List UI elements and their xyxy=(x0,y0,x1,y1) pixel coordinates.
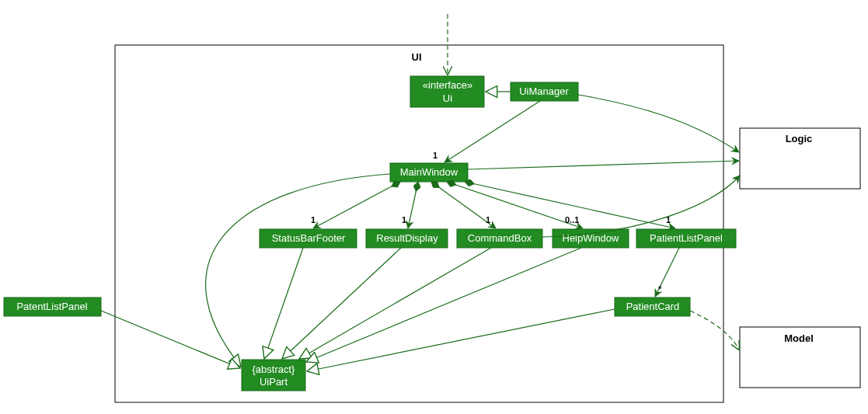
node-helpwindow-name: HelpWindow xyxy=(563,232,620,244)
edge-mainwindow-statusbarfooter xyxy=(313,182,400,228)
edge-uimanager-to-mainwindow xyxy=(444,101,540,162)
edge-mainwindow-to-logic xyxy=(468,161,739,169)
node-statusbarfooter: StatusBarFooter xyxy=(260,229,357,248)
node-mainwindow-name: MainWindow xyxy=(400,166,458,178)
node-mainwindow: MainWindow xyxy=(390,163,468,182)
edge-patentlistpanel-uipart xyxy=(101,311,240,368)
node-uipart-name: UiPart xyxy=(260,376,288,388)
edge-helpwindow-uipart xyxy=(306,248,581,362)
node-ui-stereotype: «interface» xyxy=(423,79,472,91)
node-commandbox: CommandBox xyxy=(457,229,542,248)
node-uipart: {abstract} UiPart xyxy=(242,360,305,391)
node-uimanager-name: UiManager xyxy=(519,85,569,97)
node-patientcard-name: PatientCard xyxy=(626,301,680,312)
mult-mainwindow: 1 xyxy=(433,151,437,160)
node-ui-name: Ui xyxy=(443,92,452,104)
package-ui-label: UI xyxy=(412,51,422,63)
node-patentlistpanel-name: PatentListPanel xyxy=(16,301,87,312)
node-statusbarfooter-name: StatusBarFooter xyxy=(272,232,346,244)
package-logic-label: Logic xyxy=(786,133,813,144)
node-uimanager: UiManager xyxy=(511,82,578,101)
edge-patientcard-model xyxy=(690,311,739,350)
node-patientlistpanel: PatientListPanel xyxy=(636,229,736,248)
node-helpwindow: HelpWindow xyxy=(553,229,629,248)
node-ui: «interface» Ui xyxy=(410,76,484,107)
node-commandbox-name: CommandBox xyxy=(468,232,532,244)
edge-mainwindow-helpwindow xyxy=(447,182,583,228)
node-resultdisplay-name: ResultDisplay xyxy=(376,232,438,244)
edge-mainwindow-resultdisplay xyxy=(408,182,418,228)
node-patientcard: PatientCard xyxy=(615,297,690,316)
edge-resultdisplay-uipart xyxy=(282,248,401,359)
mult-statusbarfooter: 1 xyxy=(311,215,315,224)
edge-patientcard-uipart xyxy=(307,309,615,371)
edge-statusbarfooter-uipart xyxy=(264,248,303,359)
node-patentlistpanel: PatentListPanel xyxy=(4,297,101,316)
mult-helpwindow: 0..1 xyxy=(565,215,579,224)
mult-patientcard: * xyxy=(658,284,662,294)
node-uipart-stereotype: {abstract} xyxy=(253,364,296,375)
edge-commandbox-logic xyxy=(542,176,740,237)
node-resultdisplay: ResultDisplay xyxy=(366,229,448,248)
edge-uimanager-to-logic xyxy=(578,95,739,152)
edge-mainwindow-uipart xyxy=(206,174,390,367)
mult-resultdisplay: 1 xyxy=(402,215,406,224)
edge-commandbox-uipart xyxy=(299,248,491,359)
mult-commandbox: 1 xyxy=(486,215,490,224)
package-model-label: Model xyxy=(784,332,814,344)
node-patientlistpanel-name: PatientListPanel xyxy=(650,232,723,244)
